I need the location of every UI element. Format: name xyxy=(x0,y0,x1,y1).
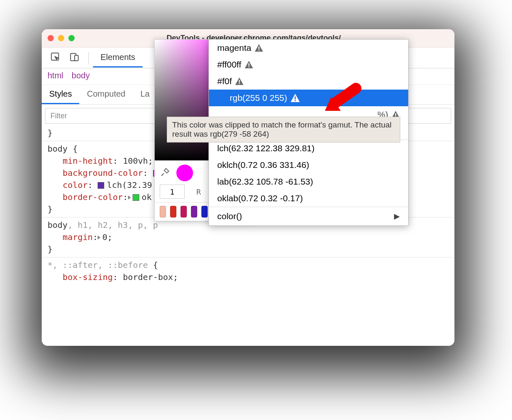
tab-layout[interactable]: La xyxy=(133,85,157,104)
color-swatch[interactable] xyxy=(133,194,139,201)
svg-rect-2 xyxy=(75,55,78,60)
css-prop[interactable]: min-height xyxy=(63,156,113,166)
rule-selector[interactable]: body xyxy=(48,144,68,154)
svg-rect-7 xyxy=(239,80,240,83)
filter-placeholder: Filter xyxy=(50,112,67,120)
format-item[interactable]: oklab(0.72 0.32 -0.17) xyxy=(209,190,408,207)
format-label: magenta xyxy=(217,43,251,53)
svg-rect-10 xyxy=(294,100,296,101)
rule-selector[interactable]: body xyxy=(48,220,68,230)
format-item[interactable]: #f0f xyxy=(209,73,408,90)
inspect-icon[interactable] xyxy=(50,52,61,64)
css-value[interactable]: 0 xyxy=(102,232,107,242)
svg-rect-4 xyxy=(259,50,259,51)
format-label: oklab(0.72 0.32 -0.17) xyxy=(217,193,303,203)
toolbar-divider xyxy=(88,52,89,64)
palette-chip[interactable] xyxy=(160,206,166,218)
css-value[interactable]: border-box xyxy=(123,272,173,282)
format-label: #ff00ff xyxy=(217,60,241,70)
tab-elements[interactable]: Elements xyxy=(93,48,143,68)
close-window-button[interactable] xyxy=(48,35,54,41)
svg-rect-8 xyxy=(239,83,240,84)
annotation-arrow-icon xyxy=(317,78,363,125)
breadcrumb-body[interactable]: body xyxy=(72,71,90,80)
alpha-input[interactable]: 1 xyxy=(160,185,185,199)
svg-rect-11 xyxy=(395,113,396,116)
css-value[interactable]: 100vh xyxy=(123,156,148,166)
tab-styles[interactable]: Styles xyxy=(42,85,79,104)
gamut-warning-icon xyxy=(255,44,263,52)
format-label: oklch(0.72 0.36 331.46) xyxy=(217,160,309,170)
svg-rect-3 xyxy=(259,47,259,50)
format-label: lch(62.32 122.38 329.81) xyxy=(217,143,315,153)
current-color-preview[interactable] xyxy=(176,165,193,181)
color-swatch[interactable] xyxy=(98,182,104,189)
format-item[interactable]: #ff00ff xyxy=(209,56,408,73)
gamut-clip-tooltip: This color was clipped to match the form… xyxy=(167,117,400,142)
channel-label: R xyxy=(196,188,201,196)
format-label: #f0f xyxy=(217,76,232,86)
expand-icon[interactable] xyxy=(98,235,100,240)
gamut-warning-icon xyxy=(245,61,253,68)
gamut-warning-icon xyxy=(235,78,243,85)
format-item[interactable]: lch(62.32 122.38 329.81) xyxy=(209,140,408,157)
format-item[interactable]: magenta xyxy=(209,40,408,56)
svg-rect-6 xyxy=(248,67,249,68)
format-label: color() xyxy=(217,211,242,221)
format-item[interactable]: oklch(0.72 0.36 331.46) xyxy=(209,157,408,173)
svg-rect-5 xyxy=(248,63,249,66)
svg-rect-9 xyxy=(294,96,296,99)
css-value[interactable]: ok xyxy=(142,192,152,202)
palette-chip[interactable] xyxy=(201,206,208,218)
device-toggle-icon[interactable] xyxy=(69,52,80,64)
css-value[interactable]: lch(32.39 xyxy=(107,180,157,190)
eyedropper-icon[interactable] xyxy=(160,167,171,179)
expand-icon[interactable] xyxy=(128,195,131,200)
gamut-warning-icon xyxy=(291,94,300,102)
css-prop[interactable]: box-sizing xyxy=(63,272,113,282)
tab-computed[interactable]: Computed xyxy=(79,85,133,104)
breadcrumb-html[interactable]: html xyxy=(48,71,63,80)
format-label: rgb(255 0 255) xyxy=(230,93,287,103)
css-prop[interactable]: margin xyxy=(63,232,93,242)
format-item-selected[interactable]: rgb(255 0 255) xyxy=(209,90,408,106)
palette-chip[interactable] xyxy=(170,206,176,218)
format-item-colorfn[interactable]: color() ▶ xyxy=(209,207,408,225)
chevron-right-icon: ▶ xyxy=(394,212,400,221)
palette-chip[interactable] xyxy=(181,206,187,218)
palette-chip[interactable] xyxy=(191,206,197,218)
css-prop[interactable]: border-color xyxy=(63,192,123,202)
format-item[interactable]: lab(62.32 105.78 -61.53) xyxy=(209,173,408,190)
rule-selector[interactable]: *, ::after, ::before xyxy=(48,260,148,270)
format-label: lab(62.32 105.78 -61.53) xyxy=(217,177,313,187)
css-prop[interactable]: background-color xyxy=(63,168,143,178)
css-prop[interactable]: color xyxy=(63,180,88,190)
